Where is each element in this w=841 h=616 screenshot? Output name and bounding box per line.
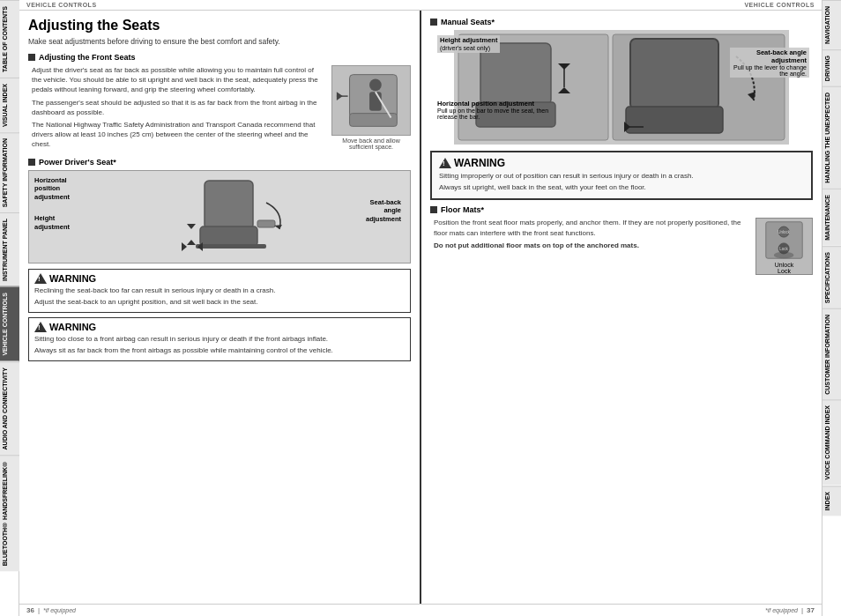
- floor-mats-svg: Unlock Lock: [755, 219, 813, 262]
- warning-triangle-2: [34, 322, 47, 332]
- front-seat-text: Adjust the driver's seat as far back as …: [28, 65, 324, 152]
- svg-marker-13: [187, 224, 196, 229]
- tab-maintenance[interactable]: MAINTENANCE: [822, 189, 842, 246]
- svg-rect-24: [630, 39, 718, 109]
- power-seat-image: Seat-back angle adjustment: [96, 176, 401, 257]
- svg-marker-11: [182, 242, 187, 251]
- height-adj-overlay: Height adjustment (driver's seat only): [437, 35, 500, 53]
- seat-back-angle-label: Seat-back angle adjustment: [357, 198, 401, 224]
- floor-mats-lock-label: Lock: [778, 268, 791, 274]
- warning-text-rb: Always sit upright, well back in the sea…: [439, 182, 804, 192]
- main-content: VEHICLE CONTROLS VEHICLE CONTROLS Adjust…: [19, 0, 822, 616]
- svg-rect-8: [200, 226, 257, 246]
- power-seat-labels: Horizontal position adjustment Height ad…: [34, 176, 87, 257]
- tab-instrument-panel[interactable]: INSTRUMENT PANEL: [0, 212, 19, 286]
- floor-mats-image: Unlock Lock Unlock Lock: [755, 218, 813, 275]
- front-seat-para1: Adjust the driver's seat as far back as …: [28, 65, 324, 95]
- page-title: Adjusting the Seats: [28, 18, 411, 33]
- floor-mats-text: Position the front seat floor mats prope…: [430, 218, 748, 275]
- tab-voice-command[interactable]: VOICE COMMAND INDEX: [822, 399, 842, 485]
- svg-rect-7: [205, 181, 253, 229]
- left-page-num: 36: [26, 606, 34, 614]
- svg-rect-25: [626, 107, 723, 133]
- front-seat-img-caption: Move back and allow sufficient space.: [331, 137, 411, 150]
- front-seats-header: Adjusting the Front Seats: [28, 53, 411, 62]
- horiz-pos-label: Horizontal position adjustment: [34, 176, 87, 202]
- floor-mats-header: Floor Mats*: [430, 205, 813, 214]
- left-page: Adjusting the Seats Make seat adjustment…: [19, 11, 421, 604]
- warning-header-2: WARNING: [34, 322, 405, 332]
- svg-point-2: [369, 79, 382, 92]
- warning-triangle-right: [439, 158, 451, 168]
- floor-mats-section: Position the front seat floor mats prope…: [430, 218, 813, 275]
- tab-handling-unexpected[interactable]: HANDLING THE UNEXPECTED: [822, 86, 842, 189]
- warning-text-1a: Reclining the seat-back too far can resu…: [34, 286, 405, 295]
- warning-text-ra: Sitting improperly or out of position ca…: [439, 171, 804, 181]
- svg-text:Unlock: Unlock: [778, 231, 791, 235]
- tab-vehicle-controls[interactable]: VEHICLE CONTROLS: [0, 286, 19, 361]
- front-seat-section: Adjust the driver's seat as far back as …: [28, 65, 411, 152]
- manual-seats-header: Manual Seats*: [430, 18, 813, 26]
- warning-text-2a: Sitting too close to a front airbag can …: [34, 334, 405, 344]
- right-page-num: 37: [807, 606, 815, 614]
- power-seat-header: Power Driver's Seat*: [28, 158, 411, 167]
- tab-driving[interactable]: DRIVING: [822, 49, 842, 86]
- warning-box-right: WARNING Sitting improperly or out of pos…: [430, 151, 813, 200]
- left-separator: |: [38, 606, 40, 614]
- warning-header-1: WARNING: [34, 273, 405, 284]
- top-header: VEHICLE CONTROLS VEHICLE CONTROLS: [19, 0, 822, 11]
- power-seat-svg: [96, 176, 401, 256]
- manual-seat-image-container: Height adjustment (driver's seat only) H…: [430, 30, 813, 146]
- svg-rect-10: [196, 244, 266, 249]
- page-number-left: 36 | *if equipped: [26, 606, 76, 614]
- tab-safety-information[interactable]: SAFETY INFORMATION: [0, 132, 19, 212]
- header-right: VEHICLE CONTROLS: [744, 2, 815, 8]
- header-left: VEHICLE CONTROLS: [26, 2, 97, 8]
- seat-diagram-svg: [332, 65, 410, 136]
- tab-navigation[interactable]: NAVIGATION: [822, 0, 842, 49]
- pages-container: Adjusting the Seats Make seat adjustment…: [19, 11, 822, 604]
- floor-mats-para: Position the front seat floor mats prope…: [430, 218, 748, 237]
- svg-marker-14: [187, 240, 196, 245]
- svg-text:Lock: Lock: [779, 248, 788, 252]
- warning-text-1b: Adjust the seat-back to an upright posit…: [34, 297, 405, 307]
- front-seat-image: [331, 65, 411, 136]
- warning-triangle-1: [34, 273, 47, 284]
- footnote-left: *if equipped: [43, 607, 76, 613]
- svg-point-35: [774, 252, 794, 259]
- seat-back-overlay: Seat-back angle adjustment Pull up the l…: [730, 48, 809, 78]
- svg-rect-3: [369, 92, 382, 111]
- page-subtitle: Make seat adjustments before driving to …: [28, 37, 411, 46]
- tab-specifications[interactable]: SPECIFICATIONS: [822, 246, 842, 308]
- right-page: Manual Seats*: [421, 11, 822, 604]
- right-separator: |: [801, 606, 803, 614]
- warning-text-2b: Always sit as far back from the front ai…: [34, 345, 405, 355]
- power-seat-container: Horizontal position adjustment Height ad…: [28, 170, 411, 263]
- floor-mats-bold: Do not put additional floor mats on top …: [430, 241, 748, 250]
- right-side-tabs: NAVIGATION DRIVING HANDLING THE UNEXPECT…: [822, 0, 841, 616]
- front-seat-para2: The passenger's seat should be adjusted …: [28, 98, 324, 117]
- tab-index[interactable]: INDEX: [822, 486, 842, 516]
- warning-header-right: WARNING: [439, 157, 804, 169]
- page-number-right: *if equipped | 37: [765, 606, 815, 614]
- tab-table-of-contents[interactable]: TABLE OF CONTENTS: [0, 0, 19, 78]
- tab-visual-index[interactable]: VISUAL INDEX: [0, 78, 19, 132]
- power-seat-inner: Horizontal position adjustment Height ad…: [34, 176, 405, 257]
- floor-mats-unlock-label: Unlock: [775, 262, 793, 268]
- warning-box-2: WARNING Sitting too close to a front air…: [28, 317, 411, 361]
- front-seat-para3: The National Highway Traffic Safety Admi…: [28, 120, 324, 150]
- horiz-adj-overlay: Horizontal position adjustment Pull up o…: [437, 100, 552, 120]
- warning-box-1: WARNING Reclining the seat-back too far …: [28, 269, 411, 313]
- tab-customer-info[interactable]: CUSTOMER INFORMATION: [822, 308, 842, 400]
- footnote-right: *if equipped: [765, 607, 798, 613]
- left-side-tabs: TABLE OF CONTENTS VISUAL INDEX SAFETY IN…: [0, 0, 19, 616]
- bottom-bar: 36 | *if equipped *if equipped | 37: [19, 604, 822, 616]
- tab-bluetooth[interactable]: BLUETOOTH® HANDSFREELINK®: [0, 455, 19, 571]
- height-adj-label-left: Height adjustment: [34, 214, 87, 232]
- tab-audio-connectivity[interactable]: AUDIO AND CONNECTIVITY: [0, 361, 19, 455]
- front-seat-image-container: Move back and allow sufficient space.: [331, 65, 411, 152]
- svg-rect-9: [257, 220, 275, 227]
